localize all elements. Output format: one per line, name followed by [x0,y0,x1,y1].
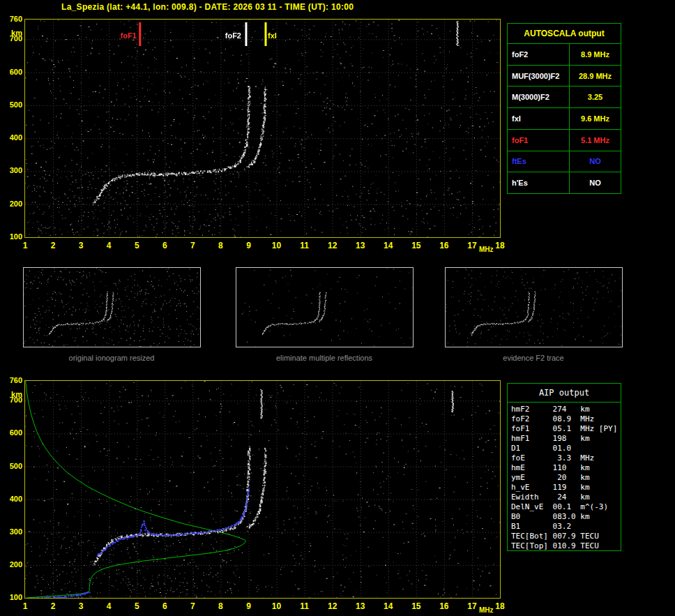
x-tick-label: 13 [356,601,365,611]
ionogram-bottom-canvas [25,381,500,598]
x-tick-label: 2 [51,241,56,250]
y-tick-label: 200 [1,200,22,208]
x-tick-label: 10 [272,241,281,250]
thumb-eliminate-canvas [236,268,413,347]
x-tick-label: 11 [300,241,309,250]
y-tick-label: 600 [1,68,22,76]
autoscala-row-value: 28.9 MHz [570,66,621,87]
aip-row-D1: D1 01.0 [511,444,621,453]
autoscala-output-panel: AUTOSCALA output foF28.9 MHzMUF(3000)F22… [507,23,621,194]
autoscala-panel-header: AUTOSCALA output [508,24,621,44]
aip-row-hmE: hmE 110 km [511,463,621,473]
ionogram-plot-bottom [24,380,501,599]
x-tick-label: 7 [190,241,195,250]
x-tick-label: 8 [218,241,223,250]
ionogram-top-canvas [25,20,500,237]
aip-rows: hmF2 274 kmfoF2 08.9 MHzfoF1 05.1 MHz [P… [508,403,621,551]
mhz-unit-label: MHz [479,606,494,614]
x-tick-label: 12 [328,241,337,250]
x-tick-label: 7 [190,601,195,611]
y-tick-label: 100 [1,593,22,601]
aip-row-hmF1: hmF1 198 km [511,434,621,444]
x-tick-label: 16 [439,601,448,611]
y-tick-label: 100 [1,232,22,241]
y-tick-label: 200 [1,560,22,569]
autoscala-rows: foF28.9 MHzMUF(3000)F228.9 MHzM(3000)F23… [508,44,621,193]
autoscala-row-label: fxI [508,108,570,129]
thumb-original-canvas [24,268,200,347]
x-tick-label: 2 [51,601,56,611]
aip-row-foF2: foF2 08.9 MHz [511,414,621,424]
autoscala-row-label: foF2 [508,44,570,65]
x-tick-label: 11 [300,601,309,611]
autoscala-app-window: La_Spezia (lat: +44.1, lon: 009.8) - DAT… [0,0,675,616]
x-tick-label: 10 [272,601,281,611]
fxI-marker-label: fxI [268,31,277,40]
aip-row-foF1: foF1 05.1 MHz [PY] [511,424,621,434]
autoscala-row-h'Es: h'EsNO [508,172,621,193]
station-title: La_Spezia (lat: +44.1, lon: 009.8) - DAT… [61,2,354,12]
x-tick-label: 9 [246,601,251,611]
autoscala-row-value: 3.25 [570,87,621,107]
x-tick-label: 6 [162,601,167,611]
autoscala-row-M(3000)F2: M(3000)F23.25 [508,87,621,108]
x-tick-label: 15 [411,601,420,611]
foF2-marker-label: foF2 [212,31,241,40]
autoscala-row-label: MUF(3000)F2 [508,66,570,87]
aip-row-DelN_vE: DelN_vE 00.1 m^(-3) [511,502,621,512]
x-tick-label: 6 [162,241,167,250]
autoscala-row-label: ftEs [508,151,570,172]
y-tick-label: 300 [1,166,22,174]
km-unit-label: km [1,390,22,398]
autoscala-row-label: foF1 [508,130,570,151]
aip-row-TEC[Bot]: TEC[Bot] 007.9 TECU [511,532,621,541]
aip-row-Ewidth: Ewidth 24 km [511,493,621,502]
autoscala-row-ftEs: ftEsNO [508,151,621,173]
y-tick-label: 600 [1,428,22,437]
y-tick-label: 300 [1,527,22,536]
y-tick-label: 400 [1,133,22,142]
x-tick-label: 15 [411,241,420,250]
thumb-caption-evidence: evidence F2 trace [503,354,563,362]
x-tick-label: 4 [107,601,112,611]
y-tick-label: 760 [1,376,22,384]
autoscala-row-value: NO [570,151,621,172]
mhz-unit-label: MHz [479,246,494,253]
autoscala-row-value: 8.9 MHz [570,44,621,65]
y-tick-label: 500 [1,462,22,470]
thumb-evidence-f2 [445,267,623,347]
x-tick-label: 9 [246,241,251,250]
x-tick-label: 17 [467,241,476,250]
x-tick-label: 16 [439,241,448,250]
autoscala-row-value: 9.6 MHz [570,108,621,129]
autoscala-row-fxI: fxI9.6 MHz [508,108,621,130]
aip-row-TEC[Top]: TEC[Top] 010.9 TECU [511,541,621,551]
aip-output-panel: AIP output hmF2 274 kmfoF2 08.9 MHzfoF1 … [507,383,621,551]
autoscala-row-label: h'Es [508,172,570,193]
autoscala-row-MUF(3000)F2: MUF(3000)F228.9 MHz [508,66,621,87]
thumb-caption-eliminate: eliminate multiple reflections [276,354,372,362]
x-tick-label: 18 [495,601,504,611]
y-tick-label: 500 [1,100,22,109]
aip-row-B0: B0 083.0 km [511,512,621,522]
y-tick-label: 400 [1,495,22,503]
aip-row-hmF2: hmF2 274 km [511,405,621,414]
foF1-marker-label: foF1 [109,31,137,40]
aip-row-foE: foE 3.3 MHz [511,453,621,463]
thumb-eliminate-reflections [236,267,414,347]
thumb-evidence-canvas [446,268,622,347]
x-tick-label: 13 [356,241,365,250]
x-tick-label: 1 [23,601,28,611]
x-tick-label: 12 [328,601,337,611]
aip-row-ymE: ymE 20 km [511,473,621,483]
autoscala-row-label: M(3000)F2 [508,87,570,107]
x-tick-label: 4 [107,241,112,250]
x-tick-label: 5 [135,241,139,250]
thumb-caption-original: original ionogram resized [69,354,155,362]
ionogram-plot-top [24,19,501,238]
x-tick-label: 8 [218,601,223,611]
x-tick-label: 14 [384,601,393,611]
aip-row-B1: B1 03.2 [511,522,621,532]
x-tick-label: 3 [79,241,84,250]
autoscala-row-value: 5.1 MHz [570,130,621,151]
